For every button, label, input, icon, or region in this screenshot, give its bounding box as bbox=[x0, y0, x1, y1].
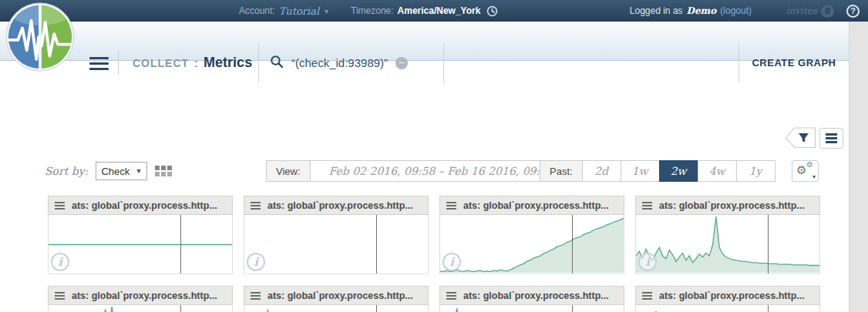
header-bar: COLLECT : Metrics “(check_id:93989)” − C… bbox=[0, 22, 849, 61]
account-group[interactable]: Account: Tutorial ▾ bbox=[239, 0, 328, 22]
metric-tile-header[interactable]: ats: global`proxy.process.http... bbox=[48, 196, 233, 215]
past-2d-button[interactable]: 2d bbox=[582, 160, 621, 182]
metric-tile: ats: global`proxy.process.http... i bbox=[48, 196, 233, 274]
timezone-label: Timezone: bbox=[351, 5, 394, 16]
account-label: Account: bbox=[239, 5, 275, 16]
metric-tile: ats: global`proxy.process.http... i bbox=[635, 286, 820, 312]
sort-by-label: Sort by: bbox=[45, 165, 88, 177]
metric-title: ats: global`proxy.process.http... bbox=[72, 290, 217, 301]
header-divider bbox=[118, 51, 119, 75]
metrics-grid: ats: global`proxy.process.http... i ats:… bbox=[48, 196, 820, 312]
metric-tile: ats: global`proxy.process.http... i bbox=[439, 286, 624, 312]
tile-menu-icon[interactable] bbox=[642, 290, 652, 301]
account-selector[interactable]: Tutorial bbox=[279, 5, 319, 17]
help-group[interactable]: ? bbox=[846, 0, 860, 22]
metric-sparkline[interactable]: i bbox=[48, 305, 233, 312]
metric-sparkline[interactable]: i bbox=[244, 305, 429, 312]
past-1w-button[interactable]: 1w bbox=[621, 160, 660, 182]
tile-menu-icon[interactable] bbox=[251, 290, 261, 301]
metric-sparkline[interactable]: i bbox=[635, 215, 820, 274]
tile-menu-icon[interactable] bbox=[446, 200, 456, 211]
settings-button[interactable]: ⚙ ⚙ ▾ bbox=[792, 160, 819, 182]
metric-tile-header[interactable]: ats: global`proxy.process.http... bbox=[439, 286, 624, 305]
current-user: Demo bbox=[687, 5, 717, 16]
metric-sparkline[interactable]: i bbox=[635, 305, 820, 312]
clock-icon bbox=[486, 5, 498, 17]
info-icon[interactable]: i bbox=[247, 253, 265, 271]
tile-menu-icon[interactable] bbox=[251, 200, 261, 211]
sparkline-chart bbox=[636, 305, 819, 312]
gear-caret-icon: ▾ bbox=[812, 173, 816, 180]
logout-link[interactable]: (logout) bbox=[720, 5, 752, 16]
gear-icon: ⚙ bbox=[796, 163, 806, 177]
tile-menu-icon[interactable] bbox=[642, 200, 652, 211]
metric-tile: ats: global`proxy.process.http... i bbox=[439, 196, 624, 274]
info-icon[interactable]: i bbox=[442, 253, 461, 271]
metric-tile: ats: global`proxy.process.http... i bbox=[48, 286, 233, 312]
time-marker-line bbox=[180, 215, 181, 273]
main-menu-icon[interactable] bbox=[89, 57, 109, 73]
tile-menu-icon[interactable] bbox=[55, 290, 65, 301]
tile-menu-icon[interactable] bbox=[55, 200, 65, 211]
metric-tile: ats: global`proxy.process.http... i bbox=[244, 286, 429, 312]
sparkline-chart bbox=[244, 305, 428, 312]
past-1y-button[interactable]: 1y bbox=[736, 160, 775, 182]
time-marker-line bbox=[572, 215, 573, 273]
metric-sparkline[interactable]: i bbox=[48, 215, 233, 274]
invites-label[interactable]: invites bbox=[786, 5, 817, 16]
metric-tile: ats: global`proxy.process.http... i bbox=[635, 196, 820, 274]
sort-controls: Sort by: Check ▼ bbox=[45, 162, 172, 180]
search-query[interactable]: “(check_id:93989)” bbox=[291, 56, 388, 69]
scrollbar-track[interactable] bbox=[849, 22, 868, 312]
timezone-group[interactable]: Timezone: America/New_York bbox=[351, 0, 498, 22]
metric-sparkline[interactable]: i bbox=[244, 215, 429, 274]
metric-tile-header[interactable]: ats: global`proxy.process.http... bbox=[244, 196, 429, 215]
sparkline-chart bbox=[440, 305, 624, 312]
view-range-value[interactable]: Feb 02 2016, 09:58 – Feb 16 2016, 09:58 bbox=[310, 160, 573, 182]
metric-tile-header[interactable]: ats: global`proxy.process.http... bbox=[635, 196, 820, 215]
filter-button[interactable] bbox=[785, 127, 816, 149]
sparkline-chart bbox=[49, 305, 232, 312]
sparkline-chart bbox=[49, 215, 232, 273]
grid-view-icon[interactable] bbox=[155, 166, 172, 176]
metric-title: ats: global`proxy.process.http... bbox=[659, 290, 805, 301]
metric-tile-header[interactable]: ats: global`proxy.process.http... bbox=[635, 286, 820, 305]
time-marker-line bbox=[376, 215, 377, 273]
sparkline-chart bbox=[440, 215, 624, 273]
metric-title: ats: global`proxy.process.http... bbox=[267, 200, 413, 211]
info-icon[interactable]: i bbox=[638, 253, 657, 271]
circonus-logo[interactable] bbox=[5, 2, 76, 72]
time-marker-line bbox=[768, 215, 769, 273]
metric-tile-header[interactable]: ats: global`proxy.process.http... bbox=[48, 286, 233, 305]
past-2w-button[interactable]: 2w bbox=[659, 160, 698, 182]
create-graph-button[interactable]: CREATE GRAPH bbox=[738, 43, 849, 82]
metric-title: ats: global`proxy.process.http... bbox=[463, 200, 609, 211]
sort-select[interactable]: Check ▼ bbox=[96, 162, 147, 180]
info-icon[interactable]: i bbox=[51, 253, 69, 271]
time-marker-line bbox=[572, 305, 573, 312]
app-window: Account: Tutorial ▾ Timezone: America/Ne… bbox=[0, 0, 868, 312]
metric-sparkline[interactable]: i bbox=[439, 215, 624, 274]
time-marker-line bbox=[180, 305, 181, 312]
breadcrumb: COLLECT : Metrics bbox=[133, 43, 252, 82]
logged-in-group: Logged in as Demo (logout) bbox=[630, 0, 752, 22]
invites-group[interactable]: invites 0 bbox=[786, 0, 834, 22]
past-4w-button[interactable]: 4w bbox=[698, 160, 737, 182]
breadcrumb-section: COLLECT bbox=[133, 57, 189, 69]
search-box[interactable]: “(check_id:93989)” − bbox=[258, 43, 444, 82]
clear-search-icon[interactable]: − bbox=[395, 57, 408, 69]
help-icon[interactable]: ? bbox=[846, 5, 860, 18]
metric-sparkline[interactable]: i bbox=[439, 305, 624, 312]
tile-menu-icon[interactable] bbox=[446, 290, 456, 301]
sparkline-chart bbox=[636, 215, 819, 273]
select-caret-icon: ▼ bbox=[135, 167, 142, 175]
chevron-down-icon: ▾ bbox=[325, 7, 328, 15]
timezone-value[interactable]: America/New_York bbox=[398, 5, 481, 16]
metric-tile-header[interactable]: ats: global`proxy.process.http... bbox=[244, 286, 429, 305]
metric-tile-header[interactable]: ats: global`proxy.process.http... bbox=[439, 196, 624, 215]
metric-title: ats: global`proxy.process.http... bbox=[267, 290, 413, 301]
sort-select-value: Check bbox=[101, 166, 130, 177]
metric-tile: ats: global`proxy.process.http... i bbox=[244, 196, 429, 274]
search-icon bbox=[270, 55, 284, 72]
list-view-button[interactable] bbox=[819, 128, 843, 149]
